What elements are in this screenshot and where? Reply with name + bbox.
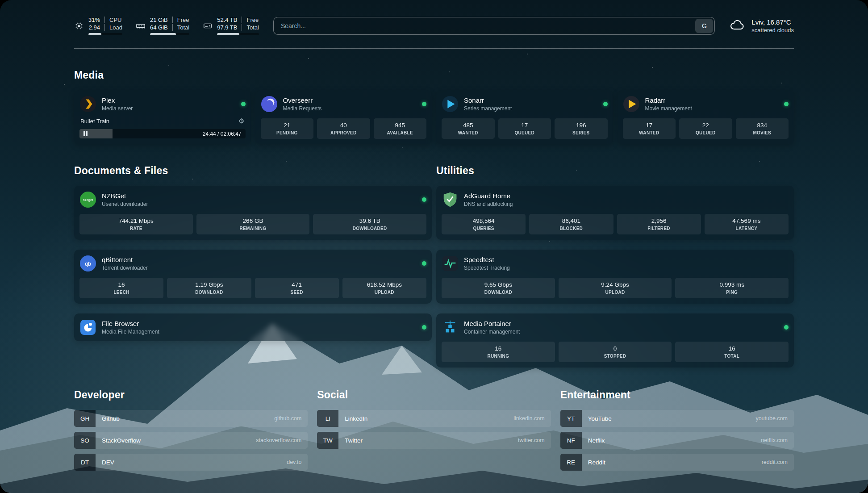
stat-queued: 22 QUEUED xyxy=(679,118,732,139)
weather-widget[interactable]: Lviv, 16.87°C scattered clouds xyxy=(729,17,794,35)
status-dot xyxy=(784,325,789,330)
bookmark-abbr: SO xyxy=(74,432,96,449)
stat-ping: 0.993 ms PING xyxy=(675,278,789,298)
card-desc: Media File Management xyxy=(102,329,159,335)
card-desc: Media server xyxy=(102,105,133,112)
card-radarr[interactable]: Radarr Movie management 17 WANTED 22 QUE… xyxy=(618,90,794,144)
bookmark-name: Twitter xyxy=(345,437,363,444)
bookmark-url: stackoverflow.com xyxy=(256,437,301,443)
stat-approved: 40 APPROVED xyxy=(317,118,370,139)
card-name: NZBGet xyxy=(102,192,148,200)
bookmark-abbr: YT xyxy=(560,410,582,427)
nzbget-icon: nzbget xyxy=(79,191,96,208)
stat-total: 16 TOTAL xyxy=(675,342,789,362)
stat-upload: 9.24 Gbps UPLOAD xyxy=(559,278,672,298)
bookmark-reddit[interactable]: RE Reddit reddit.com xyxy=(560,454,794,471)
bookmark-stackoverflow[interactable]: SO StackOverflow stackoverflow.com xyxy=(74,432,308,449)
snow-specks xyxy=(0,0,1,1)
stat-remaining: 266 GB REMAINING xyxy=(196,214,310,234)
card-speedtest[interactable]: Speedtest Speedtest Tracking 9.65 Gbps D… xyxy=(436,250,794,304)
card-qbittorrent[interactable]: qb qBittorrent Torrent downloader 16 LEE… xyxy=(74,250,432,304)
bookmark-name: YouTube xyxy=(588,415,612,422)
bookmark-name: Netflix xyxy=(588,437,605,444)
card-name: File Browser xyxy=(102,320,159,327)
sonarr-icon xyxy=(442,96,459,113)
card-nzbget[interactable]: nzbget NZBGet Usenet downloader 744.21 M… xyxy=(74,186,432,240)
top-bar: 31% CPU 2.94 Load xyxy=(74,13,794,38)
card-desc: Container management xyxy=(464,329,520,335)
bookmark-url: linkedin.com xyxy=(513,415,544,422)
bookmark-linkedin[interactable]: LI LinkedIn linkedin.com xyxy=(317,410,551,427)
card-name: Overseerr xyxy=(283,96,322,104)
bookmark-youtube[interactable]: YT YouTube youtube.com xyxy=(560,410,794,427)
bookmark-abbr: RE xyxy=(560,454,582,471)
stat-leech: 16 LEECH xyxy=(79,278,163,298)
status-dot xyxy=(422,325,426,330)
group-title-developer: Developer xyxy=(74,389,308,401)
bookmark-dev[interactable]: DT DEV dev.to xyxy=(74,454,308,471)
search-input[interactable] xyxy=(274,17,694,34)
bookmark-url: github.com xyxy=(274,415,301,422)
dashboard-screen: 31% CPU 2.94 Load xyxy=(0,0,868,493)
resource-monitors: 31% CPU 2.94 Load xyxy=(74,17,259,35)
pause-icon xyxy=(83,131,88,136)
bookmark-github[interactable]: GH Github github.com xyxy=(74,410,308,427)
card-desc: Torrent downloader xyxy=(102,265,148,271)
stat-filtered: 2,956 FILTERED xyxy=(617,214,701,234)
memory-free: 21 GiB xyxy=(150,17,172,23)
card-name: Plex xyxy=(102,96,133,104)
memory-progress-bar xyxy=(150,33,189,35)
card-name: AdGuard Home xyxy=(464,192,513,200)
bookmark-abbr: GH xyxy=(74,410,96,427)
portainer-icon xyxy=(442,319,459,336)
disk-total: 97.9 TB xyxy=(217,24,242,31)
card-filebrowser[interactable]: File Browser Media File Management xyxy=(74,313,432,341)
bookmark-twitter[interactable]: TW Twitter twitter.com xyxy=(317,432,551,449)
cpu-usage: 31% xyxy=(88,17,104,23)
stat-pending: 21 PENDING xyxy=(261,118,314,139)
cloud-icon xyxy=(729,17,745,35)
disk-free: 52.4 TB xyxy=(217,17,242,23)
bookmark-name: Github xyxy=(102,415,120,422)
stat-wanted: 17 WANTED xyxy=(623,118,676,139)
card-desc: Speedtest Tracking xyxy=(464,265,510,271)
card-adguard[interactable]: AdGuard Home DNS and adblocking 498,564 … xyxy=(436,186,794,240)
status-dot xyxy=(784,102,789,106)
weather-condition: scattered clouds xyxy=(751,27,794,33)
disk-progress-fill xyxy=(217,33,239,35)
stat-downloaded: 39.6 TB DOWNLOADED xyxy=(313,214,426,234)
stat-rate: 744.21 Mbps RATE xyxy=(79,214,193,234)
status-dot xyxy=(422,197,426,202)
search-bar: G xyxy=(273,17,715,35)
card-name: Media Portainer xyxy=(464,320,520,327)
status-dot xyxy=(422,261,426,266)
group-title-social: Social xyxy=(317,389,551,401)
cpu-widget: 31% CPU 2.94 Load xyxy=(74,17,122,35)
card-desc: DNS and adblocking xyxy=(464,201,513,207)
disk-free-label: Free xyxy=(242,17,259,23)
qbittorrent-icon: qb xyxy=(79,255,96,272)
card-portainer[interactable]: Media Portainer Container management 16 … xyxy=(436,313,794,368)
bookmark-abbr: NF xyxy=(560,432,582,449)
cpu-progress-fill xyxy=(88,33,101,35)
bookmark-netflix[interactable]: NF Netflix netflix.com xyxy=(560,432,794,449)
disk-total-label: Total xyxy=(242,24,259,31)
disk-icon xyxy=(203,21,213,31)
card-sonarr[interactable]: Sonarr Series management 485 WANTED 17 Q… xyxy=(436,90,613,144)
bookmark-abbr: TW xyxy=(317,432,338,449)
card-overseerr[interactable]: Overseerr Media Requests 21 PENDING 40 A… xyxy=(255,90,432,144)
adguard-icon xyxy=(442,191,459,208)
card-plex[interactable]: Plex Media server Bullet Train ⚙ 24:44 /… xyxy=(74,90,251,144)
stat-upload: 618.52 Mbps UPLOAD xyxy=(342,278,426,298)
card-name: Speedtest xyxy=(464,256,510,263)
search-provider-button[interactable]: G xyxy=(695,19,713,33)
playback-time: 24:44 / 02:06:47 xyxy=(203,131,242,137)
topbar-divider xyxy=(74,48,794,49)
bookmark-name: LinkedIn xyxy=(345,415,367,422)
cpu-label: CPU xyxy=(104,17,122,23)
gear-icon[interactable]: ⚙ xyxy=(238,117,244,125)
bookmark-name: Reddit xyxy=(588,459,605,466)
utilities-column: Utilities AdGuard Home DNS and adblockin… xyxy=(436,144,794,377)
group-title-utilities: Utilities xyxy=(436,165,794,177)
card-desc: Series management xyxy=(464,105,512,112)
